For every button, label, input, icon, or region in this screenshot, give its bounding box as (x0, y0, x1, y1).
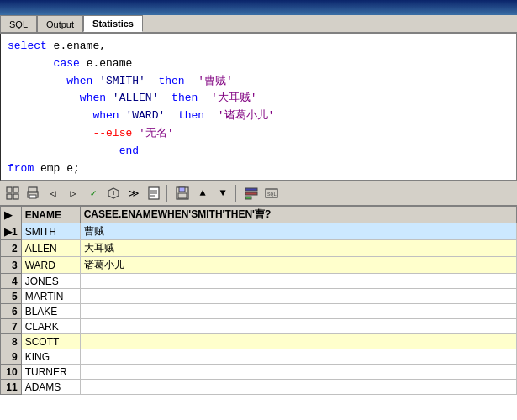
code-line-6: --else '无名' (8, 125, 509, 143)
cell-ename: BLAKE (21, 304, 80, 319)
tab-sql[interactable]: SQL (0, 15, 37, 32)
cell-case: 诸葛小儿 (80, 257, 516, 274)
table-row: 4JONES (1, 274, 517, 289)
fast-button[interactable]: ≫ (124, 184, 143, 202)
table-header-row: ▶ ENAME CASEE.ENAMEWHEN'SMITH'THEN'曹? (1, 207, 517, 223)
row-number: 5 (1, 289, 22, 304)
table-row: 6BLAKE (1, 304, 517, 319)
cell-ename: MARTIN (21, 289, 80, 304)
toolbar: ◁ ▷ ✓ ≫ ▲ ▼ SQL (0, 181, 517, 206)
code-line-4: when 'ALLEN' then '大耳贼' (8, 90, 509, 108)
cell-ename: WARD (21, 257, 80, 274)
row-number: 7 (1, 319, 22, 334)
cell-ename: TURNER (21, 365, 80, 380)
row-number: ▶1 (1, 223, 22, 240)
cell-ename: KING (21, 349, 80, 365)
col-header-case: CASEE.ENAMEWHEN'SMITH'THEN'曹? (80, 207, 516, 223)
table-row: 7CLARK (1, 319, 517, 334)
svg-rect-3 (13, 194, 18, 199)
separator-2 (235, 185, 239, 202)
row-number: 4 (1, 274, 22, 289)
svg-rect-17 (245, 192, 257, 195)
table-row: 8SCOTT (1, 334, 517, 349)
table-row: 9KING (1, 349, 517, 365)
svg-rect-15 (178, 193, 187, 198)
print-button[interactable] (24, 184, 42, 202)
code-line-3: when 'SMITH' then '曹贼' (8, 73, 509, 91)
cell-case (80, 380, 516, 395)
separator-1 (166, 185, 170, 202)
svg-rect-18 (245, 197, 251, 199)
svg-rect-14 (179, 187, 185, 192)
row-number: 10 (1, 365, 22, 380)
back-button[interactable]: ◁ (44, 184, 62, 202)
tab-statistics[interactable]: Statistics (83, 15, 143, 32)
cell-case: 曹贼 (80, 223, 516, 240)
row-number: 3 (1, 257, 22, 274)
grid-button[interactable] (3, 184, 22, 202)
svg-rect-1 (13, 187, 18, 192)
cell-case (80, 289, 516, 304)
cell-case (80, 334, 516, 349)
row-number: 8 (1, 334, 22, 349)
cell-case: 大耳贼 (80, 240, 516, 257)
svg-rect-6 (29, 195, 36, 198)
forward-button[interactable]: ▷ (64, 184, 82, 202)
table-row: 10TURNER (1, 365, 517, 380)
row-number: 9 (1, 349, 22, 365)
code-editor[interactable]: select e.ename, case e.ename when 'SMITH… (0, 34, 517, 181)
row-number: 6 (1, 304, 22, 319)
cell-case (80, 319, 516, 334)
col-header-ename: ENAME (21, 207, 80, 223)
cell-ename: SCOTT (21, 334, 80, 349)
cell-ename: ALLEN (21, 240, 80, 257)
cell-ename: SMITH (21, 223, 80, 240)
svg-rect-2 (7, 194, 12, 199)
export-button[interactable] (145, 184, 163, 202)
save-button[interactable] (173, 184, 192, 202)
up-button[interactable]: ▲ (193, 184, 212, 202)
svg-rect-0 (7, 187, 12, 192)
stop-button[interactable] (104, 184, 123, 202)
tab-bar: SQL Output Statistics (0, 15, 517, 34)
code-line-9: from emp e; (8, 160, 509, 178)
tab-output[interactable]: Output (37, 15, 83, 32)
col-header-rownum: ▶ (1, 207, 22, 223)
data-grid: ▶ ENAME CASEE.ENAMEWHEN'SMITH'THEN'曹? ▶1… (0, 206, 517, 420)
svg-rect-16 (245, 188, 257, 191)
row-number: 2 (1, 240, 22, 257)
cell-case (80, 274, 516, 289)
cell-case (80, 349, 516, 365)
results-table: ▶ ENAME CASEE.ENAMEWHEN'SMITH'THEN'曹? ▶1… (0, 206, 517, 395)
table-row: 3WARD诸葛小儿 (1, 257, 517, 274)
down-button[interactable]: ▼ (214, 184, 232, 202)
code-line-1: select e.ename, (8, 38, 509, 55)
table-row: ▶1SMITH曹贼 (1, 223, 517, 240)
title-bar (0, 0, 517, 15)
cell-case (80, 365, 516, 380)
cell-case (80, 304, 516, 319)
table-row: 5MARTIN (1, 289, 517, 304)
code-line-2: case e.ename (8, 55, 509, 73)
sql-button[interactable]: SQL (262, 184, 281, 202)
code-line-7: end (8, 143, 509, 160)
cell-ename: ADAMS (21, 380, 80, 395)
table-row: 2ALLEN大耳贼 (1, 240, 517, 257)
check-button[interactable]: ✓ (84, 184, 103, 202)
svg-text:SQL: SQL (267, 192, 277, 197)
cell-ename: CLARK (21, 319, 80, 334)
row-number: 11 (1, 380, 22, 395)
code-line-5: when 'WARD' then '诸葛小儿' (8, 108, 509, 125)
cell-ename: JONES (21, 274, 80, 289)
table-row: 11ADAMS (1, 380, 517, 395)
config-button[interactable] (242, 184, 261, 202)
